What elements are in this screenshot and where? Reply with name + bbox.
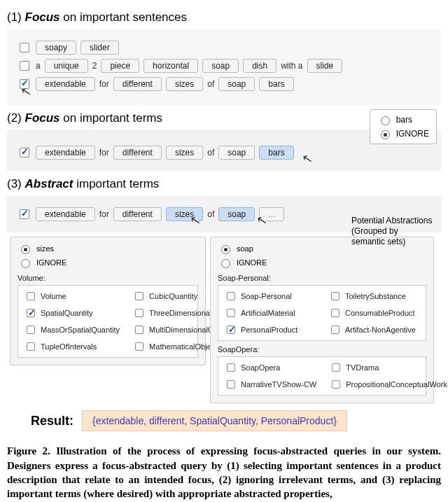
opt-tvdrama[interactable]: TVDrama: [329, 361, 447, 374]
word-for-2: for: [99, 148, 109, 158]
opt-label: ConsumableProduct: [345, 309, 415, 317]
opt-toiletry[interactable]: ToiletrySubstance: [328, 290, 420, 302]
chip-extendable-2[interactable]: extendable: [36, 146, 95, 160]
cb-math[interactable]: [135, 342, 144, 351]
radio-opt-sizes[interactable]: sizes: [18, 243, 198, 254]
opt-artifact[interactable]: Artifact-NonAgentive: [328, 323, 420, 336]
chip-unique[interactable]: unique: [45, 59, 88, 73]
cb-so[interactable]: [227, 363, 235, 372]
abstract-checkbox[interactable]: [20, 209, 29, 219]
chip-different-2[interactable]: different: [113, 146, 162, 160]
sentence-row-2: a unique 2 piece horizontal soap dish wi…: [15, 59, 433, 73]
figure-caption: Figure 2. Illustration of the process of…: [7, 444, 441, 501]
chip-slider[interactable]: slider: [80, 41, 119, 55]
section-emph: Focus: [25, 11, 60, 24]
chip-soap-4[interactable]: soap: [218, 146, 255, 160]
cb-spatial[interactable]: [27, 309, 35, 317]
chip-piece[interactable]: piece: [101, 59, 139, 73]
group-soapopera: SoapOpera:: [218, 345, 426, 354]
chip-sizes[interactable]: sizes: [166, 77, 203, 91]
popover-opt-bars[interactable]: bars: [377, 114, 429, 125]
radio-label: soap: [237, 244, 253, 253]
opt-narrative[interactable]: NarrativeTVShow-CW: [224, 378, 316, 391]
chip-different-3[interactable]: different: [113, 207, 162, 221]
opt-volume[interactable]: Volume: [24, 290, 120, 302]
cb-cons[interactable]: [331, 309, 340, 317]
sentence-row-1: soapy slider: [15, 41, 433, 55]
opt-label: MassOrSpatialQuantity: [41, 326, 120, 334]
callout-line: semantic sets): [351, 237, 405, 246]
chip-soap[interactable]: soap: [202, 59, 239, 73]
cb-tvd[interactable]: [332, 363, 340, 372]
opt-label: MathematicalObject: [149, 342, 217, 351]
chip-bars[interactable]: bars: [259, 77, 293, 91]
result-value: {extendable, different, SpatialQuantity,…: [82, 410, 347, 431]
cb-am[interactable]: [227, 309, 235, 317]
chip-sizes-2[interactable]: sizes: [166, 146, 203, 160]
opt-sp[interactable]: Soap-Personal: [224, 290, 316, 302]
cb-sp[interactable]: [227, 292, 235, 300]
cb-3d[interactable]: [135, 309, 144, 317]
word-2: 2: [92, 61, 97, 71]
section-num: (1): [7, 11, 22, 24]
cb-toil[interactable]: [331, 292, 340, 300]
terms-checkbox[interactable]: [20, 148, 29, 158]
row3-checkbox[interactable]: [20, 79, 29, 89]
section-emph: Focus: [25, 111, 60, 125]
section-num: (2): [7, 111, 22, 125]
chip-soapy[interactable]: soapy: [36, 41, 76, 55]
radio-sizes[interactable]: [21, 245, 30, 254]
popover-opt-ignore[interactable]: IGNORE: [377, 128, 429, 139]
cb-mos[interactable]: [27, 326, 35, 334]
section-3-heading: (3) Abstract important terms: [7, 176, 441, 192]
opt-tuple[interactable]: TupleOfIntervals: [24, 340, 120, 353]
chip-sizes-sel[interactable]: sizes: [166, 207, 203, 221]
cb-tuple[interactable]: [27, 342, 35, 351]
result-row: Result: {extendable, different, SpatialQ…: [7, 410, 441, 431]
opt-pcw[interactable]: PropositionalConceptualWork: [329, 378, 447, 391]
word-of-2: of: [207, 148, 214, 158]
opt-artmat[interactable]: ArtificialMaterial: [224, 307, 316, 319]
opt-consumable[interactable]: ConsumableProduct: [328, 307, 420, 319]
radio-bars[interactable]: [381, 116, 390, 125]
cb-pcw[interactable]: [332, 380, 340, 389]
word-of: of: [207, 79, 214, 89]
section-num: (3): [7, 177, 22, 190]
opt-personalproduct[interactable]: PersonalProduct: [224, 323, 316, 336]
radio-ignore[interactable]: [381, 130, 390, 139]
chip-dish[interactable]: dish: [243, 59, 276, 73]
radio-opt-ignore-3[interactable]: IGNORE: [218, 257, 426, 268]
cb-narr[interactable]: [227, 380, 235, 389]
opt-spatial[interactable]: SpatialQuantity: [24, 307, 120, 319]
opt-label: TVDrama: [346, 363, 379, 372]
chip-bars-sel[interactable]: bars: [259, 146, 293, 160]
opts-soapopera: SoapOpera TVDrama NarrativeTVShow-CW Pro…: [218, 356, 426, 396]
radio-ignore-3[interactable]: [221, 259, 230, 268]
chip-different[interactable]: different: [113, 77, 162, 91]
cb-pp[interactable]: [227, 326, 235, 334]
row2-checkbox[interactable]: [20, 61, 29, 71]
cb-volume[interactable]: [27, 292, 35, 300]
cb-art[interactable]: [331, 326, 340, 334]
chip-ellipsis[interactable]: ...: [259, 207, 284, 221]
chip-extendable-3[interactable]: extendable: [36, 207, 95, 221]
cb-multi[interactable]: [135, 326, 144, 334]
opt-massorspatial[interactable]: MassOrSpatialQuantity: [24, 323, 120, 336]
chip-horizontal[interactable]: horizontal: [144, 59, 198, 73]
row1-checkbox[interactable]: [20, 43, 29, 53]
opt-so[interactable]: SoapOpera: [224, 361, 316, 374]
radio-ignore-2[interactable]: [21, 259, 30, 268]
opt-label: NarrativeTVShow-CW: [241, 380, 316, 389]
radio-soap[interactable]: [221, 245, 230, 254]
radio-opt-ignore[interactable]: IGNORE: [18, 257, 198, 268]
callout-line: (Grouped by: [351, 226, 398, 236]
chip-soap-sel[interactable]: soap: [218, 207, 255, 221]
cb-cubic[interactable]: [135, 292, 144, 300]
chip-soap-3[interactable]: soap: [218, 77, 255, 91]
opt-label: Soap-Personal: [241, 292, 292, 300]
chip-slide[interactable]: slide: [307, 59, 343, 73]
group-volume: Volume:: [18, 274, 198, 282]
opt-label: ArtificialMaterial: [241, 309, 295, 317]
chip-extendable[interactable]: extendable: [36, 77, 95, 91]
section-1-heading: (1) Focus on important sentences: [7, 10, 441, 25]
